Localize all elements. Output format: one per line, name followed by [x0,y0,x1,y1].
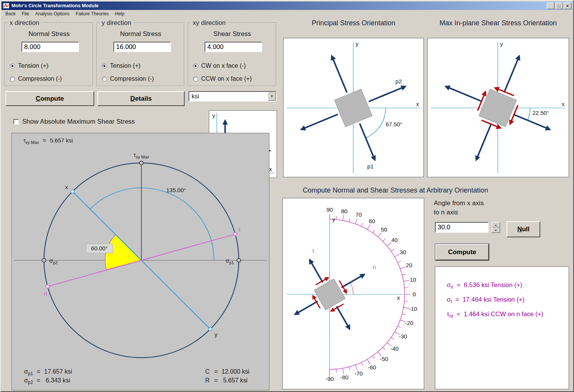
null-button[interactable]: Null [507,221,540,237]
n-axis-label: n [373,264,376,270]
minimize-button[interactable]: _ [547,3,554,9]
title-bar: Mohr's Circle Transformations Module _ □… [2,2,572,10]
angle-from-x-label-line2: to n axis [434,209,458,216]
menu-item-analysis-options[interactable]: Analysis Options [32,10,72,17]
xy-shear-stress-label: Shear Stress [189,30,276,38]
t-axis-label: t [313,248,315,254]
mohr-t-point [233,232,237,236]
y-normal-stress-input[interactable] [113,42,171,52]
angle-input[interactable] [435,222,489,233]
angle-60-label: 60.00° [91,245,108,252]
protractor-tick [378,232,382,237]
units-dropdown[interactable]: ksi ▼ [189,91,277,101]
mohr-circle-panel: 60.00° 135.00° τxy Max=5.657 ksi τxy Max… [11,133,269,390]
group-y-direction: y direction Normal Stress Tension (+) Co… [97,23,185,87]
compute-button[interactable]: Compute [5,91,94,106]
mohr-tau-max-point [139,161,143,165]
protractor-label: 60 [369,218,375,224]
sp1-point-label: σp1 [226,257,234,265]
shear-normal-arrow-2 [446,87,482,102]
mohr-n-point [46,285,49,288]
mohr-y-point [208,327,212,331]
tau-max-point-label: τxy Max [134,152,149,159]
sp2-result: σp2=6.343 ksi [24,377,70,385]
x-tension-radio-dot [10,64,15,69]
sp1-result: σp1=17.657 ksi [24,368,72,376]
mohr-sp1-point [237,258,241,262]
protractor-tick [395,254,400,257]
arbitrary-compute-button[interactable]: Compute [435,244,489,260]
shear-angle-label: 22.50° [533,110,549,116]
angle-spinner-up[interactable]: ▲ [492,222,500,227]
x-normal-stress-label: Normal Stress [5,30,93,38]
y-compression-radio-dot [102,77,107,82]
protractor-label: -30 [399,333,407,340]
dropdown-arrow-icon[interactable]: ▼ [268,92,276,101]
principal-stress-element [335,89,372,127]
x-tension-radio[interactable]: Tension (+) [10,62,49,69]
tau-nt-result: τnt=1.464 ksi CCW on n face (+) [447,310,543,319]
maximize-button[interactable]: □ [555,3,563,9]
protractor-tick [405,287,408,288]
principal-angle-label: 67.50° [386,121,402,127]
protractor-tick [398,261,401,263]
y-tension-radio[interactable]: Tension (+) [102,62,141,69]
protractor-tick [361,223,363,226]
xy-ccw-radio-label: CCW on x face (+) [201,75,252,82]
group-x-direction: x direction Normal Stress Tension (+) Co… [5,23,93,87]
abs-max-shear-checkbox[interactable]: Show Absolute Maximum Shear Stress [13,118,135,126]
principal-p2-arrow [369,87,405,102]
mohr-circle-svg: 60.00° 135.00° τxy Max=5.657 ksi τxy Max… [12,133,269,390]
xy-ccw-radio[interactable]: CCW on x face (+) [193,75,252,82]
principal-p2-neg-arrow [301,114,338,130]
xy-shear-stress-input[interactable] [205,42,262,52]
menu-item-back[interactable]: Back [2,10,19,17]
protractor-tick [349,219,350,222]
protractor-label: 40 [391,237,398,243]
protractor-label: 90 [326,207,333,213]
units-dropdown-value: ksi [189,93,268,100]
principal-y-label: y [356,41,359,47]
sigma-t-result: σt=17.464 ksi Tension (+) [447,296,525,304]
angle-135-label: 135.00° [166,187,186,193]
xy-cw-radio-label: CW on x face (-) [201,62,246,69]
legend-y-label: y [212,113,215,119]
protractor-label: 10 [410,277,416,283]
mohr-x-point [71,190,74,193]
group-xy-direction-label: xy direction [191,19,228,27]
x-compression-radio[interactable]: Compression (-) [10,75,62,82]
protractor-label: -60 [368,364,376,371]
protractor-tick [343,215,344,220]
menu-item-file[interactable]: File [19,10,32,17]
protractor-tick [355,219,357,224]
protractor-tick [405,301,408,301]
menu-item-help[interactable]: Help [112,10,128,17]
close-button[interactable]: × [564,3,571,9]
menu-item-failure-theories[interactable]: Failure Theories [72,10,112,17]
protractor-label: 50 [381,227,387,233]
abs-max-shear-checkbox-label: Show Absolute Maximum Shear Stress [22,118,135,126]
protractor-tick [387,242,391,246]
protractor-label: 70 [356,212,362,218]
x-compression-radio-label: Compression (-) [18,75,62,82]
p1-label: p1 [367,163,374,170]
xy-cw-radio[interactable]: CW on x face (-) [193,62,246,69]
arbitrary-results-panel: σn=6.536 ksi Tension (+) σt=17.464 ksi T… [435,266,569,389]
xy-ccw-radio-dot [193,77,198,82]
y-compression-radio[interactable]: Compression (-) [102,75,154,82]
protractor-tick [336,369,336,372]
details-button[interactable]: Details [97,91,185,106]
point-t-label: t [239,226,241,232]
sp2-point-label: σp2 [49,257,57,265]
arbitrary-section-title: Compute Normal and Shear Stresses at Arb… [283,186,508,194]
principal-panel-title: Principal Stress Orientation [283,19,424,27]
angle-spinner-down[interactable]: ▼ [492,227,500,233]
protractor-tick [391,249,394,251]
protractor-tick [367,359,370,364]
x-normal-stress-input[interactable] [21,42,79,52]
protractor-tick [403,280,409,281]
x-compression-radio-dot [10,77,15,82]
protractor-tick [400,267,405,269]
protractor-tick [378,352,382,356]
protractor-label: 80 [341,208,348,214]
